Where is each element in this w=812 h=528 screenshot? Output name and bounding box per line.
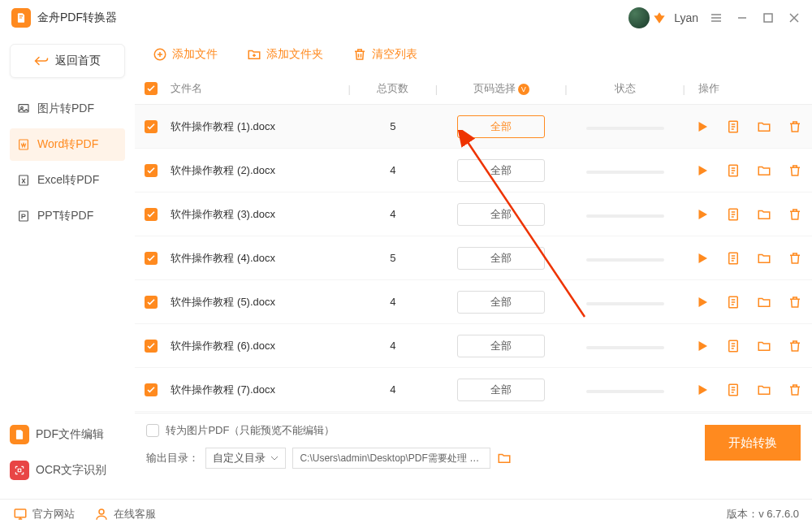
online-support-link[interactable]: 在线客服 [94,507,156,522]
play-icon[interactable] [695,207,710,222]
play-icon[interactable] [695,383,710,397]
ocr-label: OCR文字识别 [36,463,106,478]
folder-icon[interactable] [757,207,771,222]
page-range-button[interactable]: 全部 [457,115,545,138]
play-icon[interactable] [695,163,710,178]
file-name: 软件操作教程 (7).docx [171,383,275,396]
nav-item-label: Excel转PDF [37,173,99,188]
start-convert-button[interactable]: 开始转换 [705,425,801,461]
progress-bar [586,171,664,174]
add-file-label: 添加文件 [172,47,218,62]
folder-icon[interactable] [757,163,771,178]
nav-item-image[interactable]: 图片转PDF [10,93,125,125]
header-range: 页码选择 [473,82,516,94]
detail-icon[interactable] [726,251,741,266]
clear-list-button[interactable]: 清空列表 [344,42,425,67]
ocr-icon [10,461,29,480]
clear-list-label: 清空列表 [372,47,417,62]
user-avatar[interactable] [628,7,650,28]
page-range-button[interactable]: 全部 [457,291,545,314]
svg-point-15 [99,509,104,514]
page-count: 5 [390,252,395,264]
add-file-button[interactable]: 添加文件 [145,42,226,67]
maximize-icon[interactable] [762,11,775,24]
delete-icon[interactable] [788,207,802,222]
detail-icon[interactable] [726,207,741,222]
svg-rect-0 [764,14,772,22]
nav-item-label: 图片转PDF [37,102,94,116]
table-row[interactable]: 软件操作教程 (6).docx | 4 | 全部 | | [135,324,812,368]
minimize-icon[interactable] [736,11,749,24]
back-button[interactable]: 返回首页 [10,44,125,78]
row-checkbox[interactable] [145,252,158,265]
delete-icon[interactable] [788,163,802,178]
delete-icon[interactable] [788,339,802,353]
progress-bar [586,346,664,349]
row-checkbox[interactable] [145,208,158,221]
row-checkbox[interactable] [145,120,158,133]
delete-icon[interactable] [788,295,802,309]
delete-icon[interactable] [788,383,802,397]
output-mode-select[interactable]: 自定义目录 [205,448,286,469]
delete-icon[interactable] [788,119,802,134]
row-checkbox[interactable] [145,340,158,353]
table-row[interactable]: 软件操作教程 (5).docx | 4 | 全部 | | [135,280,812,324]
image-pdf-checkbox[interactable] [146,424,159,437]
progress-bar [586,258,664,262]
page-range-button[interactable]: 全部 [457,159,545,182]
play-icon[interactable] [695,295,710,309]
close-icon[interactable] [788,11,801,24]
username[interactable]: Lyan [674,11,698,24]
table-row[interactable]: 软件操作教程 (1).docx | 5 | 全部 | | [135,105,812,149]
row-checkbox[interactable] [145,383,158,396]
pdf-edit-icon [10,425,29,444]
row-checkbox[interactable] [145,296,158,309]
pdf-edit-label: PDF文件编辑 [36,427,104,442]
page-range-button[interactable]: 全部 [457,203,545,226]
folder-icon[interactable] [757,339,771,353]
select-all-checkbox[interactable] [145,82,158,95]
browse-folder-icon[interactable] [497,452,512,465]
menu-icon[interactable] [710,11,723,24]
detail-icon[interactable] [726,383,741,397]
folder-icon[interactable] [757,383,771,397]
folder-icon[interactable] [757,251,771,266]
nav-item-label: Word转PDF [37,137,98,152]
table-row[interactable]: 软件操作教程 (2).docx | 4 | 全部 | | [135,149,812,193]
folder-icon[interactable] [757,295,771,309]
nav-item-word[interactable]: Word转PDF [10,128,125,161]
file-name: 软件操作教程 (4).docx [171,252,275,264]
play-icon[interactable] [695,251,710,266]
table-row[interactable]: 软件操作教程 (7).docx | 4 | 全部 | | [135,368,812,412]
table-row[interactable]: 软件操作教程 (3).docx | 4 | 全部 | | [135,193,812,236]
online-support-label: 在线客服 [114,507,156,522]
delete-icon[interactable] [788,251,802,266]
page-range-button[interactable]: 全部 [457,379,545,401]
progress-bar [586,214,664,218]
official-site-label: 官方网站 [32,507,75,522]
ocr-button[interactable]: OCR文字识别 [10,455,125,486]
nav-item-excel[interactable]: Excel转PDF [10,164,125,197]
pdf-edit-button[interactable]: PDF文件编辑 [10,419,125,450]
page-range-button[interactable]: 全部 [457,335,545,357]
vip-badge-icon: V [518,84,529,95]
page-range-button[interactable]: 全部 [457,247,545,270]
play-icon[interactable] [695,339,710,353]
image-icon [16,102,31,115]
folder-icon[interactable] [757,119,771,134]
detail-icon[interactable] [726,339,741,353]
detail-icon[interactable] [726,295,741,309]
official-site-link[interactable]: 官方网站 [13,507,75,522]
row-checkbox[interactable] [145,164,158,177]
detail-icon[interactable] [726,163,741,178]
vip-diamond-icon[interactable] [653,11,666,24]
play-icon[interactable] [695,119,710,134]
detail-icon[interactable] [726,119,741,134]
svg-rect-14 [15,509,26,517]
nav-item-ppt[interactable]: PPT转PDF [10,200,125,232]
progress-bar [586,127,664,130]
page-count: 4 [390,164,395,176]
page-count: 4 [390,296,395,308]
add-folder-button[interactable]: 添加文件夹 [239,42,331,67]
table-row[interactable]: 软件操作教程 (4).docx | 5 | 全部 | | [135,236,812,280]
